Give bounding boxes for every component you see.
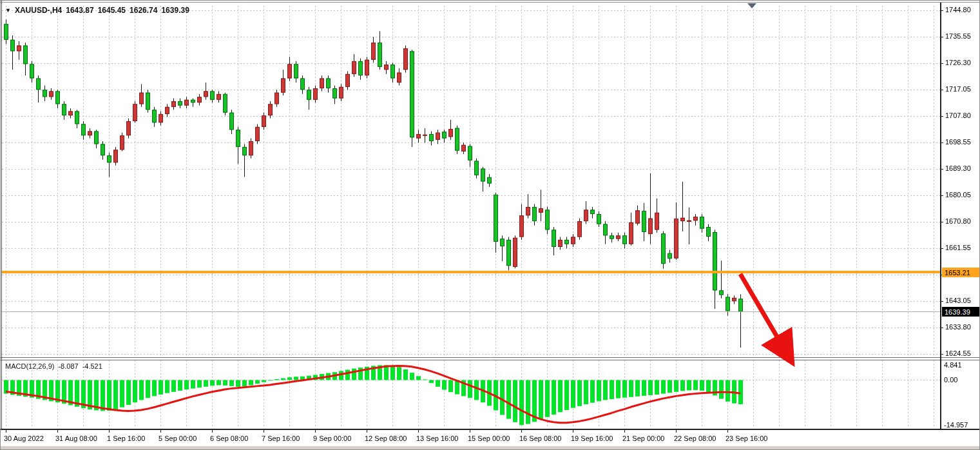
chart-shift-marker-icon[interactable] [747, 3, 756, 8]
price-tick-label: 1633.80 [945, 323, 971, 331]
time-tick-label: 9 Sep 00:00 [313, 435, 351, 442]
macd-signal-value: -4.521 [82, 362, 102, 370]
chart-window: ▼ XAUUSD-,H4 1643.87 1645.45 1626.74 163… [0, 0, 980, 450]
symbol-period-label: XAUUSD-,H4 [15, 6, 62, 15]
price-tick-label: 1661.55 [945, 244, 971, 251]
orange-level-price-tag[interactable]: 1653.21 [942, 268, 980, 277]
window-bottom-edge [1, 446, 980, 450]
price-tick-label: 1717.05 [945, 85, 971, 93]
price-tick-label: 1744.80 [945, 6, 971, 14]
time-tick-label: 21 Sep 00:00 [622, 435, 664, 442]
price-tick-label: 1624.55 [945, 349, 971, 357]
price-tick-label: 1698.55 [945, 138, 971, 146]
price-tick-label: 1707.80 [945, 112, 971, 119]
time-tick-label: 5 Sep 00:00 [159, 435, 197, 442]
down-trend-arrow[interactable] [735, 269, 812, 382]
price-tick-label: 1643.05 [945, 297, 971, 304]
time-tick-label: 15 Sep 00:00 [468, 435, 510, 442]
time-tick-label: 16 Sep 08:00 [519, 435, 561, 442]
macd-tick-label: -14.957 [944, 421, 968, 429]
time-tick-label: 19 Sep 16:00 [571, 435, 613, 442]
ohlc-collapse-icon[interactable]: ▼ [5, 7, 11, 14]
time-tick-label: 1 Sep 16:00 [107, 435, 145, 442]
chart-title: ▼ XAUUSD-,H4 1643.87 1645.45 1626.74 163… [5, 6, 189, 15]
low-value: 1626.74 [130, 6, 157, 15]
arrow-shaft [740, 274, 778, 338]
time-tick-label: 6 Sep 08:00 [210, 435, 248, 442]
time-tick-label: 23 Sep 16:00 [725, 435, 767, 442]
time-tick-label: 13 Sep 16:00 [416, 435, 458, 442]
macd-main-value: -8.087 [58, 362, 78, 370]
time-tick-label: 31 Aug 08:00 [55, 435, 97, 442]
macd-tick-label: 0.00 [944, 376, 957, 384]
time-tick-label: 7 Sep 16:00 [262, 435, 300, 442]
price-tick-label: 1726.30 [945, 59, 971, 66]
time-tick-label: 22 Sep 08:00 [674, 435, 716, 442]
price-tick-label: 1680.05 [945, 191, 971, 199]
macd-tick-label: 4.841 [944, 361, 962, 369]
time-tick-label: 12 Sep 08:00 [365, 435, 407, 442]
open-value: 1643.87 [66, 6, 93, 15]
close-value: 1639.39 [161, 6, 189, 15]
macd-name: MACD(12,26,9) [5, 362, 54, 370]
current-price-tag: 1639.39 [942, 307, 980, 317]
price-tick-label: 1670.80 [945, 217, 971, 225]
macd-indicator-label: MACD(12,26,9) -8.087 -4.521 [5, 362, 102, 370]
time-tick-label: 30 Aug 2022 [4, 435, 44, 442]
high-value: 1645.45 [98, 6, 126, 15]
price-tick-label: 1689.30 [945, 164, 971, 172]
price-tick-label: 1735.55 [945, 32, 971, 40]
